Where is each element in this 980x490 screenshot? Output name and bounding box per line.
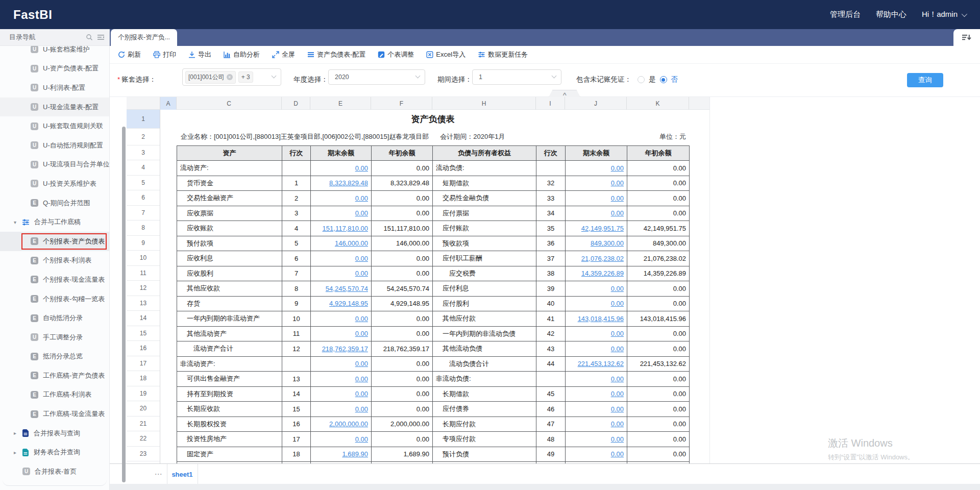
sidebar-item[interactable]: E自动抵消分录 xyxy=(0,308,109,328)
amount-link[interactable]: 54,245,570.74 xyxy=(326,285,368,292)
user-menu[interactable]: Hi！admin xyxy=(922,10,966,19)
nav-help-center[interactable]: 帮助中心 xyxy=(876,10,906,19)
amount-link[interactable]: 0.00 xyxy=(611,435,624,443)
sidebar-item[interactable]: E工作底稿-资产负债表 xyxy=(0,366,109,385)
amount-link[interactable]: 0.00 xyxy=(611,450,624,458)
amount-link[interactable]: 0.00 xyxy=(355,315,368,323)
amount-link[interactable]: 0.00 xyxy=(355,390,368,398)
amount-link[interactable]: 0.00 xyxy=(355,360,368,368)
amount-link[interactable]: 0.00 xyxy=(611,375,624,383)
sheet-more-button[interactable]: ⋯ xyxy=(151,464,167,484)
tab-balance-sheet[interactable]: 个别报表-资产负... xyxy=(111,29,177,46)
amount-link[interactable]: 0.00 xyxy=(355,164,368,172)
period-select[interactable]: 1 xyxy=(472,69,561,85)
sidebar-item[interactable]: UU-现流项目与合并单位映射 xyxy=(0,155,109,175)
amount-link[interactable]: 2,000,000.00 xyxy=(329,420,368,428)
row-header-10[interactable]: 10 xyxy=(127,251,160,266)
row-header-9[interactable]: 9 xyxy=(127,236,160,251)
row-header-23[interactable]: 23 xyxy=(127,447,160,462)
amount-link[interactable]: 0.00 xyxy=(355,270,368,277)
row-header-8[interactable]: 8 xyxy=(127,220,160,236)
collapse-arrow-icon[interactable]: ▸ xyxy=(14,430,21,436)
sidebar-item[interactable]: ▸合并报表与查询 xyxy=(0,424,109,443)
amount-link[interactable]: 0.00 xyxy=(611,420,624,428)
toolbar-button-tasks[interactable]: 数据更新任务 xyxy=(478,50,528,59)
toolbar-button-fullscreen[interactable]: 全屏 xyxy=(272,50,295,59)
toolbar-button-print[interactable]: 打印 xyxy=(153,50,176,59)
row-header-7[interactable]: 7 xyxy=(127,206,160,221)
amount-link[interactable]: 151,117,810.00 xyxy=(323,225,368,232)
sidebar-item[interactable]: UU-自动抵消规则配置 xyxy=(0,136,109,155)
amount-link[interactable]: 221,453,132.62 xyxy=(578,360,624,368)
amount-link[interactable]: 0.00 xyxy=(611,390,624,398)
row-header-3[interactable]: 3 xyxy=(127,145,160,161)
sidebar-item[interactable]: U合并报表-首页 xyxy=(0,462,109,481)
amount-link[interactable]: 0.00 xyxy=(355,405,368,413)
radio-yes[interactable] xyxy=(638,76,645,83)
search-button[interactable]: 查询 xyxy=(907,73,943,87)
row-header-20[interactable]: 20 xyxy=(127,401,160,416)
sidebar-item[interactable]: ▸财务表合并查询 xyxy=(0,443,109,462)
sidebar-item[interactable]: E工作底稿-利润表 xyxy=(0,385,109,405)
amount-link[interactable]: 146,000.00 xyxy=(335,239,368,247)
sidebar-item[interactable]: E抵消分录总览 xyxy=(0,347,109,366)
amount-link[interactable]: 21,076,238.02 xyxy=(581,255,624,262)
row-header-21[interactable]: 21 xyxy=(127,416,160,432)
amount-link[interactable]: 8,323,829.48 xyxy=(329,179,368,187)
sidebar-item[interactable]: E个别报表-资产负债表 xyxy=(0,232,109,251)
amount-link[interactable]: 0.00 xyxy=(355,194,368,202)
sidebar-item[interactable]: E个别报表-勾稽一览表 xyxy=(0,289,109,309)
collapse-arrow-icon[interactable]: ▸ xyxy=(14,450,21,455)
radio-no-label[interactable]: 否 xyxy=(671,75,678,84)
column-header-H[interactable]: H xyxy=(432,97,536,110)
amount-link[interactable]: 0.00 xyxy=(355,375,368,383)
menu-fold-icon[interactable] xyxy=(95,34,106,41)
row-header-17[interactable]: 17 xyxy=(127,356,160,372)
row-header-1[interactable]: 1 xyxy=(127,110,160,129)
column-header-I[interactable]: I xyxy=(536,97,565,110)
sidebar-item[interactable]: UU-账套取值规则关联 xyxy=(0,116,109,136)
radio-no[interactable] xyxy=(660,76,667,83)
amount-link[interactable]: 0.00 xyxy=(355,255,368,262)
sidebar-item[interactable]: UU-账套档案维护 xyxy=(0,46,109,59)
row-header-13[interactable]: 13 xyxy=(127,296,160,311)
toolbar-button-list[interactable]: 资产负债表-配置 xyxy=(307,50,365,59)
row-header-12[interactable]: 12 xyxy=(127,281,160,296)
amount-link[interactable]: 0.00 xyxy=(611,179,624,187)
amount-link[interactable]: 218,762,359.17 xyxy=(322,345,368,353)
vertical-scrollbar[interactable] xyxy=(122,127,126,482)
amount-link[interactable]: 0.00 xyxy=(611,330,624,337)
remove-tag-icon[interactable]: × xyxy=(227,74,233,80)
row-header-18[interactable]: 18 xyxy=(127,371,160,386)
sidebar-item[interactable]: E个别报表-利润表 xyxy=(0,251,109,271)
column-header-C[interactable]: C xyxy=(177,97,282,110)
row-header-22[interactable]: 22 xyxy=(127,431,160,447)
column-header-A[interactable]: A xyxy=(160,97,177,110)
expand-arrow-icon[interactable]: ▾ xyxy=(14,219,21,225)
row-header-2[interactable]: 2 xyxy=(127,129,160,145)
amount-link[interactable]: 0.00 xyxy=(355,435,368,443)
sidebar-item[interactable]: E个别报表-现金流量表 xyxy=(0,270,109,289)
row-header-19[interactable]: 19 xyxy=(127,386,160,402)
sidebar-item[interactable]: UU-投资关系维护表 xyxy=(0,174,109,193)
toolbar-button-export[interactable]: 导出 xyxy=(188,50,211,59)
sidebar-item[interactable]: E工作底稿-现金流量表 xyxy=(0,404,109,424)
amount-link[interactable]: 0.00 xyxy=(611,300,624,307)
amount-link[interactable]: 0.00 xyxy=(611,194,624,202)
sidebar-item[interactable]: EQ-期间合并范围 xyxy=(0,193,109,213)
row-header-6[interactable]: 6 xyxy=(127,190,160,206)
column-header-K[interactable]: K xyxy=(627,97,689,110)
amount-link[interactable]: 0.00 xyxy=(611,209,624,217)
radio-yes-label[interactable]: 是 xyxy=(649,75,656,84)
amount-link[interactable]: 0.00 xyxy=(611,285,624,292)
sidebar-item[interactable]: UU-资产负债表-配置 xyxy=(0,59,109,79)
sidebar-item[interactable]: U手工调整分录 xyxy=(0,328,109,347)
row-header-4[interactable]: 4 xyxy=(127,160,160,176)
column-header-D[interactable]: D xyxy=(282,97,310,110)
toolbar-button-excel[interactable]: Excel导入 xyxy=(426,50,465,59)
amount-link[interactable]: 0.00 xyxy=(611,345,624,353)
sidebar-item[interactable]: UU-现金流量表-配置 xyxy=(0,97,109,117)
collapse-panel-handle[interactable]: ∧ xyxy=(549,90,580,97)
row-header-5[interactable]: 5 xyxy=(127,176,160,191)
amount-link[interactable]: 143,018,415.96 xyxy=(578,315,624,323)
